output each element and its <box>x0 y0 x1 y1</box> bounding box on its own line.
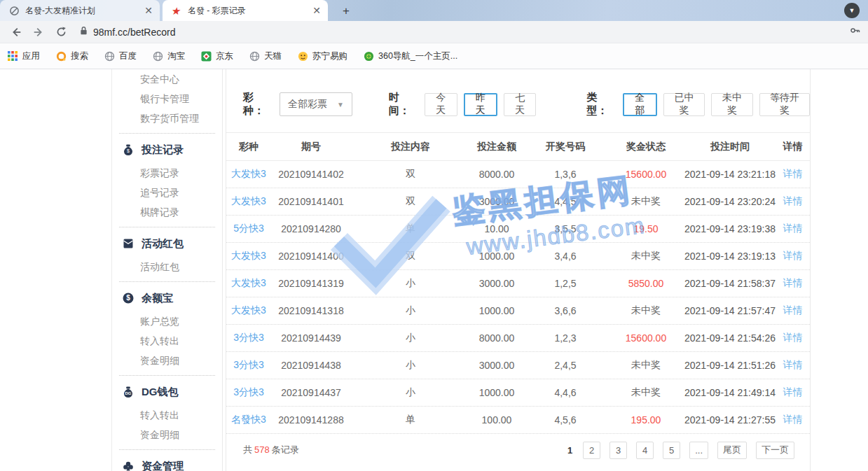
detail-link[interactable]: 详情 <box>776 250 810 262</box>
browser-tab-bet-record[interactable]: ★ 名發 - 彩票记录 ✕ <box>163 0 328 21</box>
tab-close-icon[interactable]: ✕ <box>144 5 153 16</box>
forward-icon[interactable] <box>29 23 48 41</box>
time-cell: 2021-09-14 23:19:38 <box>684 223 776 234</box>
browser-profile-button[interactable]: ▼ <box>844 3 860 18</box>
bookmark-taobao[interactable]: 淘宝 <box>152 50 185 62</box>
back-icon[interactable] <box>7 23 25 41</box>
sidebar-item[interactable]: 账户总览 <box>112 311 222 331</box>
page-button[interactable]: 5 <box>663 442 680 459</box>
detail-link[interactable]: 详情 <box>776 168 810 181</box>
detail-link[interactable]: 详情 <box>776 277 810 290</box>
amount-cell: 8000.00 <box>470 332 523 344</box>
orange-circle-icon <box>55 50 67 62</box>
sidebar-header-funds[interactable]: 资金管理 <box>112 455 222 471</box>
sidebar-header-label: DG钱包 <box>142 386 179 399</box>
time-cell: 2021-09-14 21:58:37 <box>684 278 776 289</box>
bookmark-apps[interactable]: 应用 <box>7 50 40 62</box>
sidebar-header-bet-records[interactable]: $ 投注记录 <box>112 139 222 161</box>
col-lottery: 彩种 <box>226 141 271 153</box>
lottery-link[interactable]: 大发快3 <box>226 304 271 317</box>
bookmark-360nav[interactable]: 360导航_一个主页... <box>363 50 457 62</box>
detail-link[interactable]: 详情 <box>776 223 810 235</box>
page-button[interactable]: 尾页 <box>717 442 747 459</box>
lottery-link[interactable]: 3分快3 <box>226 386 271 399</box>
page-button[interactable]: 下一页 <box>756 442 794 459</box>
time-filter-button[interactable]: 昨天 <box>464 93 497 116</box>
lion-icon <box>297 50 308 62</box>
globe-icon <box>249 50 260 62</box>
type-filter-button[interactable]: 全部 <box>623 93 657 116</box>
sidebar-item[interactable]: 活动红包 <box>112 257 222 276</box>
url-text: 98mf.cc/betRecord <box>93 27 176 38</box>
count-total: 578 <box>252 444 272 455</box>
omnibox[interactable]: 98mf.cc/betRecord <box>80 24 861 39</box>
sidebar-item[interactable]: 彩票记录 <box>112 163 222 183</box>
sidebar-group-red-packet: 活动红包 <box>112 257 222 276</box>
divider <box>119 227 215 227</box>
new-tab-button[interactable]: + <box>338 3 354 20</box>
sidebar-item[interactable]: 追号记录 <box>112 183 222 202</box>
lottery-link[interactable]: 大发快3 <box>226 250 271 262</box>
lottery-select[interactable]: 全部彩票 ▼ <box>280 92 352 116</box>
sidebar-item[interactable]: 资金明细 <box>112 425 222 444</box>
sidebar-item[interactable]: 银行卡管理 <box>112 89 222 108</box>
col-time: 投注时间 <box>684 141 776 153</box>
sidebar-item[interactable]: 转入转出 <box>112 331 222 351</box>
sidebar-header-label: 资金管理 <box>142 460 184 471</box>
period-cell: 20210914280 <box>271 223 351 234</box>
lottery-link[interactable]: 大发快3 <box>226 168 271 181</box>
lottery-link[interactable]: 3分快3 <box>226 332 271 344</box>
detail-link[interactable]: 详情 <box>776 332 810 344</box>
lottery-link[interactable]: 大发快3 <box>226 195 271 208</box>
time-filter-button[interactable]: 七天 <box>504 93 536 116</box>
browser-tab-plan[interactable]: 名發-大发精准计划 ✕ <box>0 0 160 21</box>
sidebar-item[interactable]: 安全中心 <box>112 69 222 89</box>
detail-link[interactable]: 详情 <box>776 359 810 372</box>
jd-icon <box>200 50 212 62</box>
type-filter-button[interactable]: 已中奖 <box>663 93 705 116</box>
time-filter-button[interactable]: 今天 <box>425 93 457 116</box>
content-cell: 小 <box>351 359 470 372</box>
key-icon[interactable] <box>849 24 861 39</box>
time-cell: 2021-09-14 21:49:14 <box>684 387 776 398</box>
bookmark-label: 淘宝 <box>167 50 185 62</box>
page-button[interactable]: 3 <box>609 442 627 459</box>
sidebar-item[interactable]: 转入转出 <box>112 405 222 425</box>
lottery-link[interactable]: 3分快3 <box>226 359 271 372</box>
sidebar-header-red-packet[interactable]: 活动红包 <box>112 232 222 255</box>
time-cell: 2021-09-14 21:54:26 <box>684 332 776 344</box>
tab-close-icon[interactable]: ✕ <box>312 5 321 16</box>
col-detail: 详情 <box>776 141 810 153</box>
lottery-link[interactable]: 名發快3 <box>226 414 271 426</box>
bookmarks-bar: 应用 搜索 百度 淘宝 京东 <box>0 43 868 69</box>
money-bag-icon: $ <box>122 143 135 156</box>
detail-link[interactable]: 详情 <box>776 386 810 399</box>
page-button[interactable]: ... <box>689 442 708 459</box>
sidebar-header-yuebao[interactable]: $ 余额宝 <box>112 287 222 309</box>
page-button[interactable]: 2 <box>583 442 600 459</box>
sidebar-item[interactable]: 棋牌记录 <box>112 202 222 222</box>
bookmark-jd[interactable]: 京东 <box>200 50 233 62</box>
lottery-link[interactable]: 大发快3 <box>226 277 271 290</box>
sidebar-header-dg-wallet[interactable]: DG DG钱包 <box>112 381 222 403</box>
detail-link[interactable]: 详情 <box>776 414 810 426</box>
bookmark-suning[interactable]: 苏宁易购 <box>297 50 347 62</box>
page-button[interactable]: 4 <box>636 442 654 459</box>
content-cell: 双 <box>351 168 470 181</box>
bookmark-tmall[interactable]: 天猫 <box>249 50 282 62</box>
refresh-icon[interactable] <box>52 23 70 41</box>
type-filter-button[interactable]: 等待开奖 <box>759 93 810 116</box>
sidebar-item[interactable]: 资金明细 <box>112 351 222 370</box>
detail-link[interactable]: 详情 <box>776 195 810 208</box>
table-row: 名發快3 202109141288 单 100.00 4,5,6 195.00 … <box>226 407 810 434</box>
type-filter-button[interactable]: 未中奖 <box>711 93 753 116</box>
detail-link[interactable]: 详情 <box>776 304 810 317</box>
numbers-cell: 4,4,5 <box>523 196 607 207</box>
bookmark-baidu[interactable]: 百度 <box>104 50 137 62</box>
sidebar-item[interactable]: 数字货币管理 <box>112 108 222 128</box>
col-content: 投注内容 <box>351 141 470 153</box>
page-body: 安全中心银行卡管理数字货币管理 $ 投注记录 彩票记录追号记录棋牌记录 活动红包… <box>0 69 868 471</box>
lottery-link[interactable]: 5分快3 <box>226 223 271 235</box>
bookmark-search[interactable]: 搜索 <box>55 50 88 62</box>
period-cell: 202109141401 <box>271 196 351 207</box>
